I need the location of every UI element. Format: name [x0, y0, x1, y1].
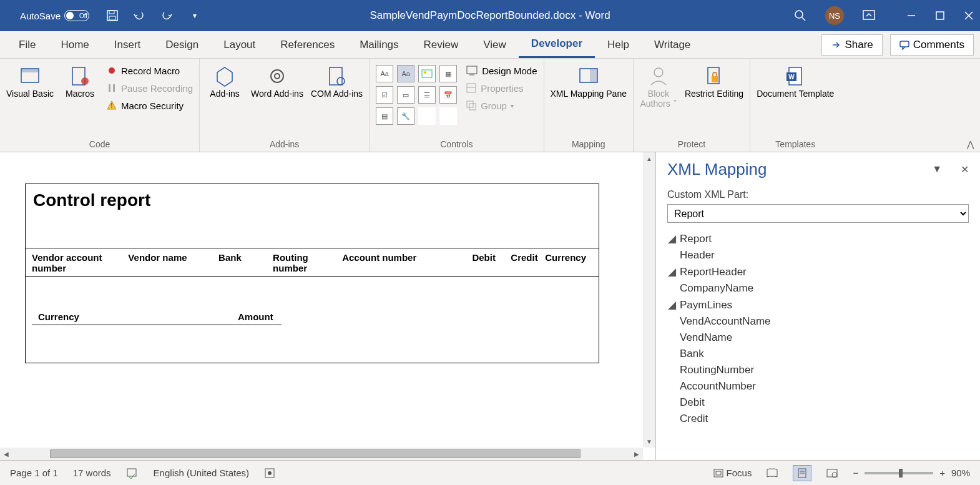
web-layout-button[interactable] — [823, 465, 841, 481]
zoom-in-button[interactable]: + — [939, 468, 945, 478]
picture-control-button[interactable] — [418, 65, 436, 82]
document-template-button[interactable]: W Document Template — [757, 65, 834, 99]
design-mode-icon — [466, 65, 478, 76]
share-button[interactable]: Share — [821, 34, 882, 56]
word-addins-button[interactable]: Word Add-ins — [251, 65, 303, 99]
page-indicator[interactable]: Page 1 of 1 — [10, 468, 58, 478]
zoom-slider[interactable] — [865, 472, 933, 474]
custom-xml-part-select[interactable]: Report — [667, 204, 969, 223]
xml-mapping-pane-button[interactable]: XML Mapping Pane — [551, 65, 627, 99]
tree-node-paymlines[interactable]: ◢PaymLines — [667, 296, 969, 313]
customize-qat-icon[interactable]: ▾ — [188, 9, 202, 22]
col-debit: Debit — [441, 252, 502, 273]
tab-design[interactable]: Design — [153, 31, 211, 58]
tab-help[interactable]: Help — [595, 31, 642, 58]
tree-node-credit[interactable]: Credit — [667, 411, 969, 427]
svg-rect-32 — [590, 69, 597, 82]
undo-icon[interactable] — [133, 9, 147, 22]
language-indicator[interactable]: English (United States) — [154, 468, 249, 478]
spellcheck-icon[interactable] — [126, 468, 139, 479]
tree-node-debit[interactable]: Debit — [667, 394, 969, 411]
macro-security-button[interactable]: ! Macro Security — [106, 100, 193, 111]
tree-node-vendaccountname[interactable]: VendAccountName — [667, 313, 969, 330]
restrict-editing-button[interactable]: Restrict Editing — [685, 65, 743, 99]
record-macro-button[interactable]: Record Macro — [106, 65, 193, 76]
autosave-control[interactable]: AutoSave Off — [20, 10, 89, 21]
tab-file[interactable]: File — [6, 31, 48, 58]
vertical-scrollbar[interactable]: ▲ ▼ — [643, 152, 655, 448]
svg-point-41 — [268, 471, 272, 475]
visual-basic-button[interactable]: Visual Basic — [6, 65, 54, 99]
svg-rect-5 — [863, 11, 875, 19]
tab-view[interactable]: View — [471, 31, 519, 58]
scroll-right-button[interactable]: ▶ — [630, 448, 643, 460]
maximize-button[interactable] — [935, 11, 945, 21]
rich-text-control-button[interactable]: Aa — [376, 65, 393, 82]
scroll-up-button[interactable]: ▲ — [643, 152, 655, 165]
tree-node-report[interactable]: ◢Report — [667, 230, 969, 247]
ribbon-display-icon[interactable] — [863, 10, 875, 21]
svg-point-21 — [275, 74, 280, 79]
tree-node-bank[interactable]: Bank — [667, 346, 969, 362]
svg-rect-30 — [469, 104, 476, 110]
repeating-section-control-button[interactable]: ▤ — [376, 107, 393, 125]
close-button[interactable] — [964, 11, 974, 21]
pane-close-button[interactable]: ✕ — [961, 164, 969, 175]
addins-button[interactable]: Add-ins — [206, 65, 243, 99]
hscroll-thumb[interactable] — [50, 449, 581, 458]
collapse-ribbon-button[interactable]: ⋀ — [961, 137, 980, 152]
pause-recording-button: Pause Recording — [106, 82, 193, 94]
tab-developer[interactable]: Developer — [519, 31, 595, 58]
building-block-control-button[interactable]: ▦ — [439, 65, 457, 82]
user-avatar[interactable]: NS — [825, 6, 844, 25]
tree-node-companyname[interactable]: CompanyName — [667, 280, 969, 296]
tab-writage[interactable]: Writage — [642, 31, 703, 58]
tree-node-header[interactable]: Header — [667, 247, 969, 263]
tab-references[interactable]: References — [268, 31, 347, 58]
report-title: Control report — [26, 184, 599, 217]
svg-point-3 — [795, 11, 803, 18]
save-icon[interactable] — [105, 9, 119, 22]
pane-options-button[interactable]: ▼ — [932, 164, 942, 175]
lock-icon — [703, 65, 725, 87]
tab-home[interactable]: Home — [48, 31, 101, 58]
document-area[interactable]: Control report Vendor account number Ven… — [0, 152, 655, 460]
tab-mailings[interactable]: Mailings — [347, 31, 411, 58]
read-mode-button[interactable] — [763, 465, 782, 481]
dropdown-control-button[interactable]: ☰ — [418, 86, 436, 104]
print-layout-button[interactable] — [793, 465, 811, 481]
date-picker-control-button[interactable]: 📅 — [439, 86, 457, 104]
tab-review[interactable]: Review — [411, 31, 471, 58]
plain-text-control-button[interactable]: Aa — [397, 65, 414, 82]
macro-recording-icon[interactable] — [264, 468, 275, 479]
design-mode-button[interactable]: Design Mode — [466, 65, 537, 76]
scroll-down-button[interactable]: ▼ — [643, 435, 655, 448]
macros-button[interactable]: Macros — [61, 65, 99, 99]
minimize-button[interactable] — [906, 11, 916, 21]
autosave-toggle[interactable]: Off — [64, 10, 89, 21]
search-icon[interactable] — [794, 9, 806, 22]
xml-tree: ◢Report Header ◢ReportHeader CompanyName… — [667, 230, 969, 427]
horizontal-scrollbar[interactable]: ◀ ▶ — [0, 448, 643, 460]
legacy-tools-button[interactable]: 🔧 — [397, 107, 414, 125]
com-addins-button[interactable]: COM Add-ins — [311, 65, 363, 99]
ribbon-group-templates: W Document Template Templates — [750, 59, 840, 152]
tree-node-accountnumber[interactable]: AccountNumber — [667, 378, 969, 394]
tab-layout[interactable]: Layout — [211, 31, 268, 58]
combobox-control-button[interactable]: ▭ — [397, 86, 414, 104]
zoom-out-button[interactable]: − — [853, 468, 858, 478]
svg-rect-42 — [714, 469, 723, 477]
comments-button[interactable]: Comments — [890, 34, 974, 56]
word-count[interactable]: 17 words — [73, 468, 111, 478]
checkbox-control-button[interactable]: ☑ — [376, 86, 393, 104]
zoom-level[interactable]: 90% — [951, 468, 970, 478]
redo-icon[interactable] — [160, 9, 174, 22]
tree-node-vendname[interactable]: VendName — [667, 330, 969, 346]
tree-node-routingnumber[interactable]: RoutingNumber — [667, 362, 969, 378]
properties-icon — [466, 82, 477, 94]
tab-insert[interactable]: Insert — [102, 31, 154, 58]
scroll-left-button[interactable]: ◀ — [0, 448, 12, 460]
zoom-thumb[interactable] — [899, 469, 903, 478]
tree-node-reportheader[interactable]: ◢ReportHeader — [667, 263, 969, 280]
focus-mode-button[interactable]: Focus — [713, 468, 752, 478]
